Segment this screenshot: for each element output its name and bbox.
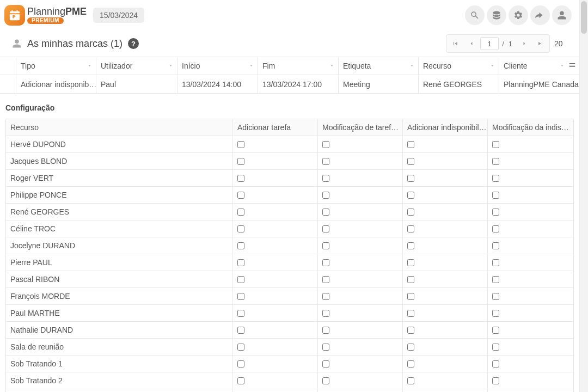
col-config-recurso[interactable]: Recurso — [6, 119, 233, 136]
checkbox-add-task[interactable] — [237, 209, 244, 216]
col-tipo[interactable]: Tipo — [16, 57, 96, 75]
checkbox-mod-task[interactable] — [322, 276, 329, 283]
checkbox-add-task[interactable] — [237, 158, 244, 165]
col-fim[interactable]: Fim — [258, 57, 339, 75]
chevron-down-icon — [559, 62, 565, 70]
pager-next[interactable] — [517, 36, 532, 51]
checkbox-add-task[interactable] — [237, 242, 244, 249]
checkbox-mod-unav[interactable] — [492, 225, 499, 232]
col-add-unav[interactable]: Adicionar indisponibil… — [403, 119, 488, 136]
checkbox-mod-unav[interactable] — [492, 209, 499, 216]
col-inicio[interactable]: Início — [177, 57, 258, 75]
user-button[interactable] — [552, 5, 572, 25]
search-button[interactable] — [465, 5, 485, 25]
checkbox-add-unav[interactable] — [407, 293, 414, 300]
config-cell-mod-unav — [488, 237, 573, 254]
config-cell-add-unav — [403, 254, 488, 271]
checkbox-mod-unav[interactable] — [492, 377, 499, 384]
checkbox-mod-task[interactable] — [322, 360, 329, 367]
config-cell-mod-unav — [488, 372, 573, 389]
share-button[interactable] — [530, 5, 550, 25]
checkbox-mod-task[interactable] — [322, 192, 329, 199]
checkbox-mod-unav[interactable] — [492, 192, 499, 199]
checkbox-add-unav[interactable] — [407, 327, 414, 334]
checkbox-mod-task[interactable] — [322, 293, 329, 300]
chevron-down-icon — [329, 62, 335, 70]
pager-last[interactable] — [533, 36, 548, 51]
col-utilizador[interactable]: Utilizador — [96, 57, 177, 75]
checkbox-add-unav[interactable] — [407, 141, 414, 148]
checkbox-add-unav[interactable] — [407, 175, 414, 182]
checkbox-add-unav[interactable] — [407, 209, 414, 216]
checkbox-add-unav[interactable] — [407, 192, 414, 199]
checkbox-add-task[interactable] — [237, 192, 244, 199]
pager-current-input[interactable] — [480, 37, 499, 50]
checkbox-mod-unav[interactable] — [492, 259, 499, 266]
col-cliente[interactable]: Cliente — [499, 57, 579, 75]
checkbox-add-unav[interactable] — [407, 360, 414, 367]
config-row-name: Sala de reunião — [6, 339, 233, 355]
config-title: Configuração — [0, 94, 579, 119]
checkbox-add-task[interactable] — [237, 175, 244, 182]
checkbox-add-task[interactable] — [237, 360, 244, 367]
checkbox-mod-task[interactable] — [322, 141, 329, 148]
checkbox-mod-task[interactable] — [322, 209, 329, 216]
config-cell-mod-unav — [488, 170, 573, 186]
checkbox-add-unav[interactable] — [407, 310, 414, 317]
checkbox-add-task[interactable] — [237, 310, 244, 317]
checkbox-mod-unav[interactable] — [492, 344, 499, 351]
checkbox-add-task[interactable] — [237, 327, 244, 334]
checkbox-add-task[interactable] — [237, 293, 244, 300]
checkbox-add-task[interactable] — [237, 259, 244, 266]
config-cell-mod-unav — [488, 136, 573, 152]
checkbox-add-task[interactable] — [237, 276, 244, 283]
checkbox-add-task[interactable] — [237, 225, 244, 232]
checkbox-mod-task[interactable] — [322, 259, 329, 266]
checkbox-add-task[interactable] — [237, 141, 244, 148]
checkbox-mod-task[interactable] — [322, 242, 329, 249]
checkbox-mod-unav[interactable] — [492, 175, 499, 182]
per-page[interactable]: 20 — [554, 39, 571, 48]
scroll-thumb[interactable] — [581, 1, 587, 34]
checkbox-mod-unav[interactable] — [492, 360, 499, 367]
date-picker[interactable]: 15/03/2024 — [93, 8, 144, 23]
checkbox-mod-task[interactable] — [322, 158, 329, 165]
checkbox-mod-unav[interactable] — [492, 141, 499, 148]
col-mod-unav[interactable]: Modificação da indis… — [488, 119, 573, 136]
checkbox-mod-task[interactable] — [322, 310, 329, 317]
checkbox-mod-task[interactable] — [322, 377, 329, 384]
col-mod-task[interactable]: Modificação de taref… — [318, 119, 403, 136]
col-add-task[interactable]: Adicionar tarefa — [233, 119, 318, 136]
checkbox-add-unav[interactable] — [407, 344, 414, 351]
col-etiqueta[interactable]: Etiqueta — [339, 57, 419, 75]
checkbox-add-unav[interactable] — [407, 377, 414, 384]
pager-prev[interactable] — [464, 36, 479, 51]
checkbox-add-unav[interactable] — [407, 259, 414, 266]
help-button[interactable]: ? — [128, 38, 139, 49]
checkbox-mod-task[interactable] — [322, 327, 329, 334]
checkbox-mod-task[interactable] — [322, 175, 329, 182]
config-row-name: Céline TROC — [6, 220, 233, 237]
checkbox-mod-unav[interactable] — [492, 158, 499, 165]
checkbox-mod-unav[interactable] — [492, 242, 499, 249]
checkbox-mod-unav[interactable] — [492, 310, 499, 317]
checkbox-add-task[interactable] — [237, 344, 244, 351]
settings-button[interactable] — [509, 5, 528, 25]
checkbox-add-unav[interactable] — [407, 242, 414, 249]
checkbox-add-unav[interactable] — [407, 276, 414, 283]
checkbox-mod-task[interactable] — [322, 225, 329, 232]
marks-grid-row[interactable]: Adicionar indisponib… Paul 13/03/2024 14… — [0, 75, 579, 93]
checkbox-mod-unav[interactable] — [492, 293, 499, 300]
database-button[interactable] — [487, 5, 506, 25]
checkbox-add-unav[interactable] — [407, 158, 414, 165]
checkbox-mod-unav[interactable] — [492, 276, 499, 283]
checkbox-add-task[interactable] — [237, 377, 244, 384]
pager-first[interactable] — [448, 36, 463, 51]
checkbox-mod-task[interactable] — [322, 344, 329, 351]
cell-inicio: 13/03/2024 14:00 — [177, 75, 258, 93]
checkbox-add-unav[interactable] — [407, 225, 414, 232]
checkbox-mod-unav[interactable] — [492, 327, 499, 334]
columns-menu-icon[interactable] — [568, 62, 576, 71]
col-recurso[interactable]: Recurso — [419, 57, 499, 75]
vertical-scrollbar[interactable] — [579, 0, 588, 392]
